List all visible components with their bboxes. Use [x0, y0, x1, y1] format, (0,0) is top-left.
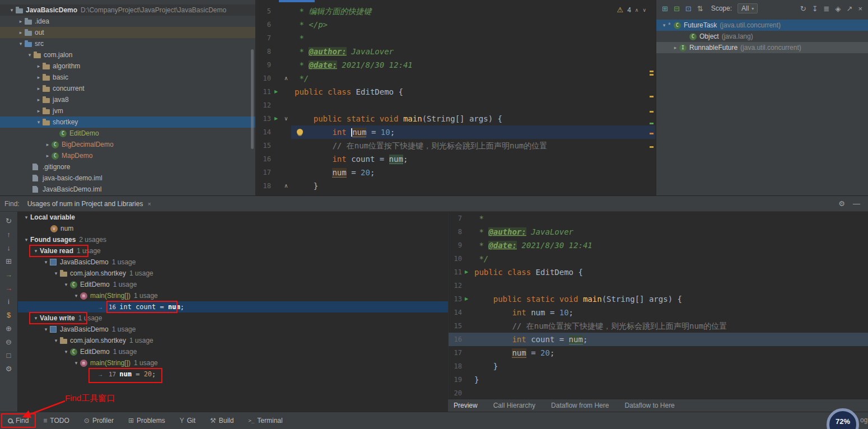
code-text[interactable]: public class EditDemo { [471, 265, 868, 279]
code-text[interactable]: * 编辑方面的快捷键 [291, 4, 655, 18]
code-line[interactable]: 8 * @author: JavaLover [256, 45, 655, 58]
hierarchy-row[interactable]: ▸IRunnableFuture(java.util.concurrent) [656, 42, 868, 53]
project-tree-row[interactable]: ▸algorithm [0, 60, 255, 72]
project-tree-row[interactable]: .gitignore [0, 161, 255, 172]
export-icon[interactable]: ↧ [812, 5, 818, 12]
usages-tree-row[interactable]: ▾mmain(String[])1 usage [18, 357, 448, 369]
code-line[interactable]: 16 int count = num; [449, 333, 868, 346]
code-text[interactable]: int num = 10; [291, 125, 655, 139]
sort-alphabetically-icon[interactable]: ⇅ [697, 5, 703, 12]
code-line[interactable]: 9 * @date: 2021/8/30 12:41 [449, 239, 868, 252]
chevron-icon[interactable]: ▾ [660, 22, 668, 28]
code-text[interactable]: int num = 10; [471, 306, 868, 319]
project-tree-row[interactable]: ▾src [0, 38, 255, 49]
expand-all-icon[interactable]: ⊕ [6, 325, 12, 332]
project-tree-row[interactable]: ▾com.jalon [0, 49, 255, 60]
code-line[interactable]: 8 * @author: JavaLover [449, 225, 868, 239]
next-warning-icon[interactable]: ∨ [642, 7, 646, 13]
statusbar-terminal[interactable]: >_Terminal [248, 417, 282, 425]
chevron-icon[interactable]: ▾ [72, 360, 80, 366]
project-tree-row[interactable]: ▾JavaBasicDemoD:\CompanyProject\JavaProj… [0, 4, 255, 16]
chevron-icon[interactable]: ▾ [35, 119, 43, 125]
code-line[interactable]: 18∧ } [256, 179, 655, 193]
chevron-icon[interactable]: ▸ [671, 45, 679, 50]
chevron-icon[interactable]: ▸ [44, 142, 52, 147]
tab-call-hierarchy[interactable]: Call Hierarchy [493, 402, 535, 409]
usages-tree-row[interactable]: ▾Value read1 usage [18, 245, 448, 257]
code-line[interactable]: 7 * [256, 31, 655, 45]
previous-warning-icon[interactable]: ∧ [635, 7, 639, 13]
statusbar-todo[interactable]: ≡TODO [43, 417, 69, 425]
code-text[interactable]: * @author: JavaLover [471, 225, 868, 239]
code-text[interactable]: public static void main(String[] args) { [291, 112, 655, 125]
statusbar-profiler[interactable]: ⊙Profiler [84, 417, 114, 425]
project-tree-row[interactable]: ▸CMapDemo [0, 150, 255, 161]
code-line[interactable]: 6 * </p> [256, 18, 655, 31]
preview-code-area[interactable]: 7 *8 * @author: JavaLover9 * @date: 2021… [449, 212, 868, 399]
code-line[interactable]: 14 int num = 10; [449, 306, 868, 319]
chevron-icon[interactable]: ▾ [17, 41, 25, 46]
usages-tree-row[interactable]: ▾Value write1 usage [18, 313, 448, 324]
run-icon[interactable]: ▶ [271, 112, 281, 125]
navigate-pink-icon[interactable]: → [5, 285, 12, 292]
error-stripe[interactable] [648, 0, 655, 195]
chevron-icon[interactable]: ▾ [72, 293, 80, 299]
hierarchy-row[interactable]: ▾*CFutureTask(java.util.concurrent) [656, 20, 868, 31]
tab-dataflow-from-here[interactable]: Dataflow from Here [551, 402, 609, 409]
code-text[interactable]: public static void main(String[] args) { [471, 292, 868, 306]
usages-tree-row[interactable]: ▾CEditDemo1 usage [18, 346, 448, 357]
code-line[interactable]: 17 num = 20; [256, 166, 655, 179]
run-icon[interactable]: ▶ [462, 292, 471, 306]
chevron-icon[interactable]: ▾ [22, 237, 30, 243]
fold-icon[interactable]: ∧ [281, 72, 291, 85]
usages-tree-row[interactable]: ▾JavaBasicDemo1 usage [18, 257, 448, 268]
usage-settings-icon[interactable]: $ [7, 311, 11, 319]
chevron-icon[interactable]: ▸ [35, 97, 43, 102]
hide-window-icon[interactable]: — [853, 200, 860, 207]
expand-all-icon[interactable]: ≣ [824, 5, 830, 12]
run-icon[interactable]: ▶ [462, 265, 471, 279]
code-text[interactable]: */ [291, 72, 655, 85]
code-line[interactable]: 19} [449, 373, 868, 386]
project-tree-row[interactable]: ▸basic [0, 72, 255, 83]
float-window-icon[interactable]: ↗ [847, 5, 853, 12]
code-text[interactable] [471, 279, 868, 292]
code-line[interactable]: 15 // 在num位置按下快捷键，则光标会跳到上面声明num的位置 [449, 319, 868, 333]
code-line[interactable]: 17 num = 20; [449, 346, 868, 360]
project-tree-row[interactable]: JavaBasicDemo.iml [0, 184, 255, 195]
hierarchy-row[interactable]: CObject(java.lang) [656, 31, 868, 42]
code-text[interactable]: int count = num; [291, 152, 655, 166]
stripe-mark[interactable] [650, 133, 654, 134]
run-icon[interactable]: ▶ [271, 85, 281, 99]
project-tree-row[interactable]: CEditDemo [0, 128, 255, 139]
code-line[interactable]: 13▶ public static void main(String[] arg… [449, 292, 868, 306]
project-tree-row[interactable]: ▸concurrent [0, 83, 255, 94]
code-text[interactable]: */ [471, 252, 868, 265]
usages-tree-row[interactable]: ▾Local variable [18, 212, 448, 223]
code-text[interactable]: num = 20; [471, 346, 868, 360]
code-line[interactable]: 12 [449, 279, 868, 292]
code-text[interactable] [471, 386, 868, 399]
code-text[interactable]: * [471, 212, 868, 225]
chevron-icon[interactable]: ▾ [26, 52, 34, 58]
usages-tree-row[interactable]: vnum [18, 223, 448, 234]
chevron-icon[interactable]: ▾ [8, 7, 16, 13]
code-line[interactable]: 13▶∨ public static void main(String[] ar… [256, 112, 655, 125]
pin-icon[interactable]: ◈ [836, 5, 841, 12]
code-line[interactable]: 10∧ */ [256, 72, 655, 85]
project-tree-row[interactable]: ▾shortkey [0, 116, 255, 128]
chevron-icon[interactable]: ▾ [32, 248, 40, 254]
chevron-icon[interactable]: ▾ [52, 338, 60, 343]
editor[interactable]: 5 * 编辑方面的快捷键6 * </p>7 *8 * @author: Java… [256, 0, 655, 195]
find-tab[interactable]: Usages of num in Project and Libraries × [27, 200, 151, 208]
chevron-icon[interactable]: ▸ [35, 74, 43, 80]
code-line[interactable]: 5 * 编辑方面的快捷键 [256, 4, 655, 18]
chevron-icon[interactable]: ▸ [44, 153, 52, 158]
code-line[interactable]: 15 // 在num位置按下快捷键，则光标会跳到上面声明num的位置 [256, 139, 655, 152]
supertypes-hierarchy-icon[interactable]: ⊟ [674, 5, 680, 12]
code-line[interactable]: 18 } [449, 360, 868, 373]
code-text[interactable]: num = 20; [291, 166, 655, 179]
fold-icon[interactable]: ∧ [281, 179, 291, 193]
code-text[interactable]: * @date: 2021/8/30 12:41 [471, 239, 868, 252]
code-text[interactable]: // 在num位置按下快捷键，则光标会跳到上面声明num的位置 [291, 139, 655, 152]
